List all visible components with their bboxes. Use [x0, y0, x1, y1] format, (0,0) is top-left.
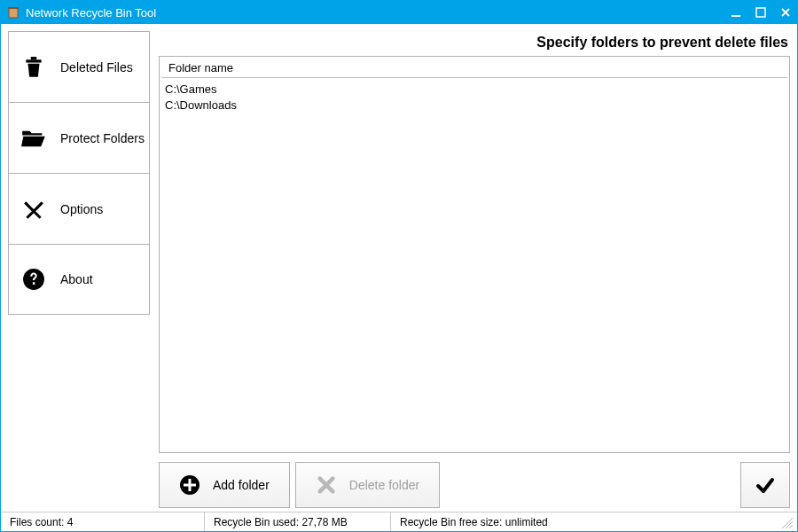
status-files-count: Files count: 4	[1, 512, 205, 531]
svg-rect-3	[756, 8, 765, 17]
column-header-folder-name[interactable]: Folder name	[161, 59, 787, 78]
check-icon	[755, 474, 776, 496]
page-heading: Specify folders to prevent delete files	[159, 31, 790, 56]
status-bar: Files count: 4 Recycle Bin used: 27,78 M…	[1, 512, 797, 531]
svg-rect-10	[184, 484, 196, 487]
close-button[interactable]	[779, 6, 792, 19]
maximize-button[interactable]	[755, 6, 767, 19]
button-label: Delete folder	[349, 478, 419, 492]
sidebar-item-about[interactable]: About	[8, 244, 150, 315]
title-bar[interactable]: Network Recycle Bin Tool	[1, 1, 797, 24]
svg-rect-1	[8, 7, 19, 9]
trash-icon	[21, 55, 46, 80]
window-title: Network Recycle Bin Tool	[26, 6, 730, 20]
sidebar-item-deleted-files[interactable]: Deleted Files	[8, 31, 150, 102]
svg-rect-7	[33, 282, 35, 285]
button-label: Add folder	[213, 478, 270, 492]
sidebar: Deleted Files Protect Folders	[8, 31, 150, 508]
svg-rect-4	[26, 59, 41, 62]
x-icon	[316, 474, 337, 496]
sidebar-item-label: Options	[60, 202, 103, 216]
window-controls	[730, 6, 792, 19]
list-item[interactable]: C:\Downloads	[165, 98, 784, 113]
sidebar-item-label: Deleted Files	[60, 60, 133, 74]
add-folder-button[interactable]: Add folder	[159, 462, 290, 508]
folder-list[interactable]: Folder name C:\Games C:\Downloads	[159, 56, 790, 453]
svg-rect-0	[9, 8, 18, 18]
minimize-button[interactable]	[730, 6, 742, 19]
plus-circle-icon	[179, 474, 200, 496]
sidebar-item-protect-folders[interactable]: Protect Folders	[8, 102, 150, 173]
body: Deleted Files Protect Folders	[1, 24, 797, 512]
main-panel: Specify folders to prevent delete files …	[159, 31, 790, 508]
confirm-button[interactable]	[740, 462, 790, 508]
app-window: Network Recycle Bin Tool	[0, 0, 798, 532]
tools-icon	[21, 197, 46, 222]
folder-rows: C:\Games C:\Downloads	[160, 80, 789, 452]
sidebar-item-label: Protect Folders	[60, 131, 145, 145]
status-used: Recycle Bin used: 27,78 MB	[205, 512, 391, 531]
sidebar-item-label: About	[60, 272, 93, 286]
client-area: Deleted Files Protect Folders	[1, 24, 797, 531]
app-icon	[6, 5, 20, 20]
sidebar-item-options[interactable]: Options	[8, 173, 150, 244]
svg-rect-2	[732, 15, 740, 17]
resize-gripper-icon[interactable]	[781, 517, 795, 531]
folder-open-icon	[21, 126, 46, 151]
spacer	[445, 462, 735, 508]
action-bar: Add folder Delete folder	[159, 462, 790, 508]
status-free: Recycle Bin free size: unlimited	[391, 512, 781, 531]
svg-rect-5	[31, 57, 37, 59]
delete-folder-button[interactable]: Delete folder	[295, 462, 440, 508]
list-item[interactable]: C:\Games	[165, 82, 784, 98]
question-icon	[21, 267, 46, 292]
